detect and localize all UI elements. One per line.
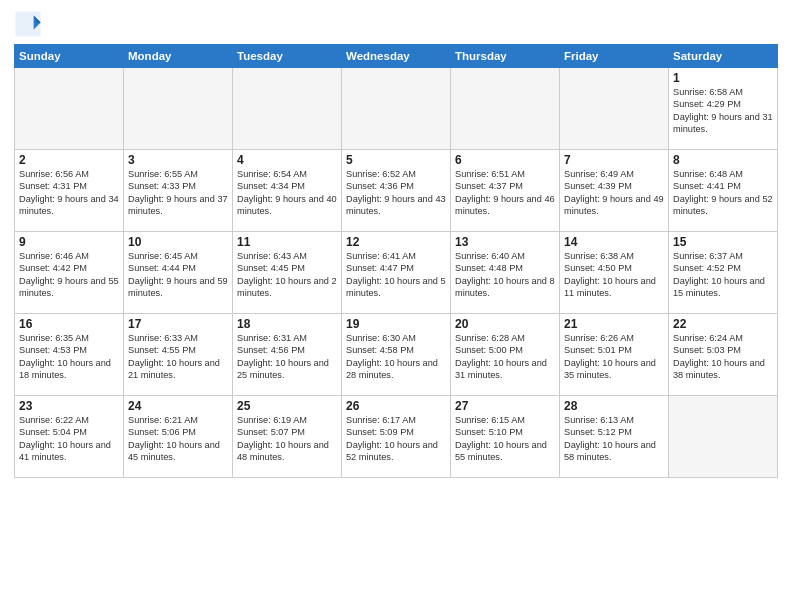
day-number: 2: [19, 153, 119, 167]
day-info: Sunrise: 6:17 AM Sunset: 5:09 PM Dayligh…: [346, 414, 446, 464]
day-cell: 13Sunrise: 6:40 AM Sunset: 4:48 PM Dayli…: [451, 232, 560, 314]
day-cell: 15Sunrise: 6:37 AM Sunset: 4:52 PM Dayli…: [669, 232, 778, 314]
day-cell: 1Sunrise: 6:58 AM Sunset: 4:29 PM Daylig…: [669, 68, 778, 150]
day-number: 1: [673, 71, 773, 85]
day-number: 24: [128, 399, 228, 413]
day-cell: 8Sunrise: 6:48 AM Sunset: 4:41 PM Daylig…: [669, 150, 778, 232]
day-info: Sunrise: 6:31 AM Sunset: 4:56 PM Dayligh…: [237, 332, 337, 382]
day-cell: 16Sunrise: 6:35 AM Sunset: 4:53 PM Dayli…: [15, 314, 124, 396]
day-info: Sunrise: 6:15 AM Sunset: 5:10 PM Dayligh…: [455, 414, 555, 464]
day-info: Sunrise: 6:28 AM Sunset: 5:00 PM Dayligh…: [455, 332, 555, 382]
day-cell: 22Sunrise: 6:24 AM Sunset: 5:03 PM Dayli…: [669, 314, 778, 396]
day-cell: 27Sunrise: 6:15 AM Sunset: 5:10 PM Dayli…: [451, 396, 560, 478]
day-cell: 21Sunrise: 6:26 AM Sunset: 5:01 PM Dayli…: [560, 314, 669, 396]
day-info: Sunrise: 6:51 AM Sunset: 4:37 PM Dayligh…: [455, 168, 555, 218]
day-number: 18: [237, 317, 337, 331]
day-cell: 12Sunrise: 6:41 AM Sunset: 4:47 PM Dayli…: [342, 232, 451, 314]
day-info: Sunrise: 6:38 AM Sunset: 4:50 PM Dayligh…: [564, 250, 664, 300]
week-row-1: 2Sunrise: 6:56 AM Sunset: 4:31 PM Daylig…: [15, 150, 778, 232]
calendar-table: SundayMondayTuesdayWednesdayThursdayFrid…: [14, 44, 778, 478]
day-number: 28: [564, 399, 664, 413]
day-info: Sunrise: 6:24 AM Sunset: 5:03 PM Dayligh…: [673, 332, 773, 382]
day-cell: [342, 68, 451, 150]
day-cell: 28Sunrise: 6:13 AM Sunset: 5:12 PM Dayli…: [560, 396, 669, 478]
day-number: 5: [346, 153, 446, 167]
day-number: 3: [128, 153, 228, 167]
day-info: Sunrise: 6:41 AM Sunset: 4:47 PM Dayligh…: [346, 250, 446, 300]
day-number: 4: [237, 153, 337, 167]
day-cell: 20Sunrise: 6:28 AM Sunset: 5:00 PM Dayli…: [451, 314, 560, 396]
day-cell: 14Sunrise: 6:38 AM Sunset: 4:50 PM Dayli…: [560, 232, 669, 314]
week-row-2: 9Sunrise: 6:46 AM Sunset: 4:42 PM Daylig…: [15, 232, 778, 314]
col-header-thursday: Thursday: [451, 45, 560, 68]
day-cell: [451, 68, 560, 150]
day-info: Sunrise: 6:43 AM Sunset: 4:45 PM Dayligh…: [237, 250, 337, 300]
day-number: 15: [673, 235, 773, 249]
day-info: Sunrise: 6:56 AM Sunset: 4:31 PM Dayligh…: [19, 168, 119, 218]
day-info: Sunrise: 6:19 AM Sunset: 5:07 PM Dayligh…: [237, 414, 337, 464]
day-info: Sunrise: 6:55 AM Sunset: 4:33 PM Dayligh…: [128, 168, 228, 218]
day-cell: 9Sunrise: 6:46 AM Sunset: 4:42 PM Daylig…: [15, 232, 124, 314]
day-number: 13: [455, 235, 555, 249]
col-header-sunday: Sunday: [15, 45, 124, 68]
day-number: 27: [455, 399, 555, 413]
day-number: 9: [19, 235, 119, 249]
page: SundayMondayTuesdayWednesdayThursdayFrid…: [0, 0, 792, 612]
col-header-tuesday: Tuesday: [233, 45, 342, 68]
day-number: 17: [128, 317, 228, 331]
day-info: Sunrise: 6:48 AM Sunset: 4:41 PM Dayligh…: [673, 168, 773, 218]
day-number: 6: [455, 153, 555, 167]
logo-icon: [14, 10, 42, 38]
week-row-0: 1Sunrise: 6:58 AM Sunset: 4:29 PM Daylig…: [15, 68, 778, 150]
day-info: Sunrise: 6:46 AM Sunset: 4:42 PM Dayligh…: [19, 250, 119, 300]
day-info: Sunrise: 6:22 AM Sunset: 5:04 PM Dayligh…: [19, 414, 119, 464]
day-info: Sunrise: 6:45 AM Sunset: 4:44 PM Dayligh…: [128, 250, 228, 300]
header-row: SundayMondayTuesdayWednesdayThursdayFrid…: [15, 45, 778, 68]
day-number: 10: [128, 235, 228, 249]
day-info: Sunrise: 6:37 AM Sunset: 4:52 PM Dayligh…: [673, 250, 773, 300]
day-info: Sunrise: 6:13 AM Sunset: 5:12 PM Dayligh…: [564, 414, 664, 464]
day-number: 16: [19, 317, 119, 331]
day-cell: 3Sunrise: 6:55 AM Sunset: 4:33 PM Daylig…: [124, 150, 233, 232]
header: [14, 10, 778, 38]
week-row-4: 23Sunrise: 6:22 AM Sunset: 5:04 PM Dayli…: [15, 396, 778, 478]
day-number: 22: [673, 317, 773, 331]
day-cell: [233, 68, 342, 150]
day-cell: 23Sunrise: 6:22 AM Sunset: 5:04 PM Dayli…: [15, 396, 124, 478]
day-info: Sunrise: 6:49 AM Sunset: 4:39 PM Dayligh…: [564, 168, 664, 218]
day-cell: 6Sunrise: 6:51 AM Sunset: 4:37 PM Daylig…: [451, 150, 560, 232]
day-cell: [15, 68, 124, 150]
day-info: Sunrise: 6:30 AM Sunset: 4:58 PM Dayligh…: [346, 332, 446, 382]
day-info: Sunrise: 6:33 AM Sunset: 4:55 PM Dayligh…: [128, 332, 228, 382]
day-number: 7: [564, 153, 664, 167]
day-number: 14: [564, 235, 664, 249]
col-header-monday: Monday: [124, 45, 233, 68]
day-info: Sunrise: 6:54 AM Sunset: 4:34 PM Dayligh…: [237, 168, 337, 218]
day-number: 8: [673, 153, 773, 167]
day-number: 20: [455, 317, 555, 331]
day-number: 23: [19, 399, 119, 413]
day-info: Sunrise: 6:58 AM Sunset: 4:29 PM Dayligh…: [673, 86, 773, 136]
day-info: Sunrise: 6:40 AM Sunset: 4:48 PM Dayligh…: [455, 250, 555, 300]
day-info: Sunrise: 6:26 AM Sunset: 5:01 PM Dayligh…: [564, 332, 664, 382]
day-cell: 7Sunrise: 6:49 AM Sunset: 4:39 PM Daylig…: [560, 150, 669, 232]
day-number: 25: [237, 399, 337, 413]
day-number: 19: [346, 317, 446, 331]
day-cell: 4Sunrise: 6:54 AM Sunset: 4:34 PM Daylig…: [233, 150, 342, 232]
day-cell: 19Sunrise: 6:30 AM Sunset: 4:58 PM Dayli…: [342, 314, 451, 396]
day-cell: [124, 68, 233, 150]
day-cell: 11Sunrise: 6:43 AM Sunset: 4:45 PM Dayli…: [233, 232, 342, 314]
day-cell: 5Sunrise: 6:52 AM Sunset: 4:36 PM Daylig…: [342, 150, 451, 232]
col-header-saturday: Saturday: [669, 45, 778, 68]
day-number: 26: [346, 399, 446, 413]
day-info: Sunrise: 6:21 AM Sunset: 5:06 PM Dayligh…: [128, 414, 228, 464]
day-number: 21: [564, 317, 664, 331]
day-cell: 17Sunrise: 6:33 AM Sunset: 4:55 PM Dayli…: [124, 314, 233, 396]
day-number: 11: [237, 235, 337, 249]
col-header-wednesday: Wednesday: [342, 45, 451, 68]
day-cell: [560, 68, 669, 150]
day-cell: 24Sunrise: 6:21 AM Sunset: 5:06 PM Dayli…: [124, 396, 233, 478]
col-header-friday: Friday: [560, 45, 669, 68]
day-number: 12: [346, 235, 446, 249]
day-cell: [669, 396, 778, 478]
